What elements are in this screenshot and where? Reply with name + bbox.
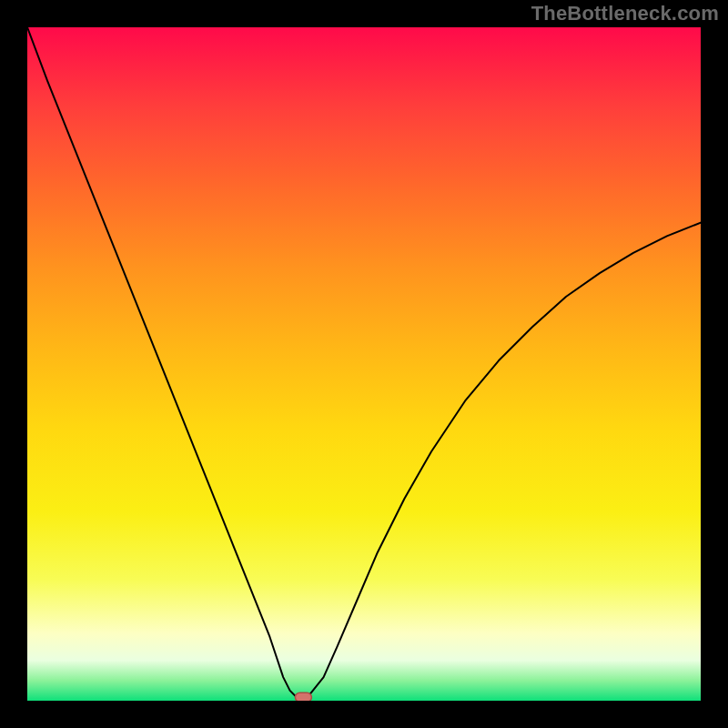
min-marker [295,693,311,701]
plot-svg [27,27,701,701]
curve-line [27,27,701,697]
chart-container: TheBottleneck.com [0,0,728,728]
plot-area [27,27,701,701]
watermark-text: TheBottleneck.com [531,2,719,25]
